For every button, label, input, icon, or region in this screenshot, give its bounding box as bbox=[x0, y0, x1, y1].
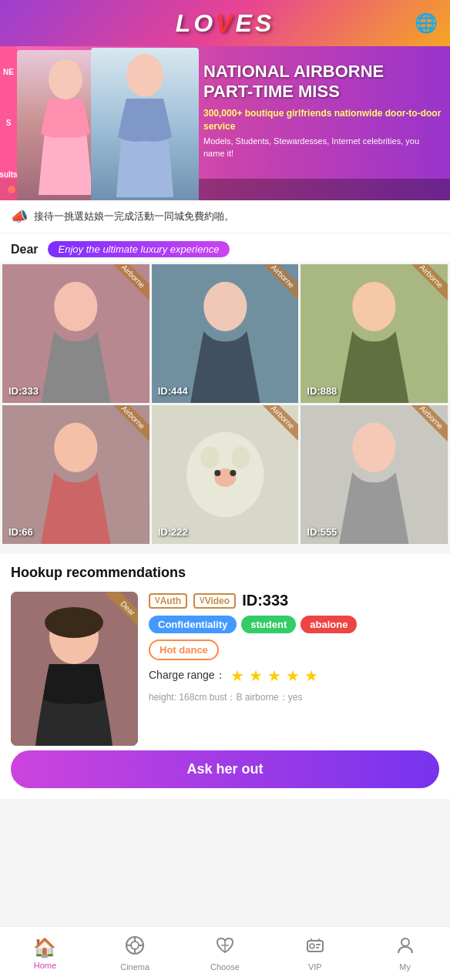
nav-item-home[interactable]: 🏠 Home bbox=[0, 937, 90, 970]
star-4: ★ bbox=[286, 666, 300, 685]
svg-point-3 bbox=[54, 282, 97, 331]
ask-her-out-button[interactable]: Ask her out bbox=[11, 750, 439, 788]
banner-left-label-3: sults bbox=[0, 170, 18, 179]
gallery-item[interactable]: Airborne ID:888 bbox=[301, 264, 448, 403]
banner-detail: Models, Students, Stewardesses, Internet… bbox=[203, 136, 442, 159]
hookup-title: Hookup recommendations bbox=[11, 565, 439, 581]
gallery-girl-2-img bbox=[152, 264, 299, 403]
svg-rect-31 bbox=[316, 947, 319, 948]
star-2: ★ bbox=[249, 666, 263, 685]
gallery-id-4: ID:66 bbox=[8, 526, 33, 538]
svg-point-29 bbox=[310, 944, 314, 948]
gallery-girl-4-img bbox=[2, 405, 149, 544]
vip-icon bbox=[305, 935, 325, 960]
gallery-section-header: Dear Enjoy the ultimate luxury experienc… bbox=[0, 233, 450, 262]
svg-point-15 bbox=[214, 470, 220, 476]
nav-item-vip[interactable]: VIP bbox=[270, 935, 360, 972]
gallery-id-6: ID:555 bbox=[307, 526, 337, 538]
svg-point-9 bbox=[54, 423, 97, 472]
banner-left-label-1: NE bbox=[3, 68, 14, 76]
banner-girl-2-svg bbox=[102, 51, 187, 197]
app-header: LOVES 🌐 bbox=[0, 0, 450, 46]
svg-point-7 bbox=[353, 282, 396, 331]
gallery-girl-6-img bbox=[301, 405, 448, 544]
tags-row: Confidentiality student abalone bbox=[149, 616, 439, 633]
svg-point-21 bbox=[45, 607, 103, 638]
gallery-girl-3-img bbox=[301, 264, 448, 403]
svg-point-18 bbox=[353, 423, 396, 472]
gallery-girl-5-img bbox=[152, 405, 299, 544]
svg-point-13 bbox=[231, 447, 250, 468]
globe-icon[interactable]: 🌐 bbox=[415, 12, 438, 34]
choose-icon bbox=[215, 935, 235, 960]
cinema-icon bbox=[125, 935, 145, 960]
gallery-girl-1-img bbox=[2, 264, 149, 403]
megaphone-icon: 📣 bbox=[11, 208, 28, 225]
svg-point-0 bbox=[49, 59, 82, 99]
banner-subtitle: PART-TIME MISS bbox=[203, 82, 442, 102]
gallery-item[interactable]: Airborne ID:66 bbox=[2, 405, 149, 544]
star-5: ★ bbox=[304, 666, 318, 685]
tag-abalone[interactable]: abalone bbox=[301, 616, 357, 633]
promo-banner: NE S sults NATIONAL AIRBORNE PART-TIME M… bbox=[0, 46, 450, 200]
notice-bar: 📣 接待一挑選姑娘一完成活動一同城免費約啪。 bbox=[0, 200, 450, 233]
notice-text: 接待一挑選姑娘一完成活動一同城免費約啪。 bbox=[34, 210, 234, 223]
charge-label: Charge range： bbox=[149, 669, 226, 683]
tag-student[interactable]: student bbox=[241, 616, 296, 633]
tag-hot-dance[interactable]: Hot dance bbox=[149, 639, 219, 660]
gallery-id-3: ID:888 bbox=[307, 385, 337, 397]
banner-left-label-2: S bbox=[6, 119, 12, 127]
nav-item-choose[interactable]: Choose bbox=[180, 935, 270, 972]
hookup-section: Hookup recommendations Dear VAuth VVideo bbox=[0, 554, 450, 799]
svg-point-12 bbox=[200, 447, 219, 468]
gallery-id-1: ID:333 bbox=[8, 385, 39, 397]
card-photo: Dear bbox=[11, 592, 138, 746]
svg-point-5 bbox=[203, 282, 247, 331]
nav-label-my: My bbox=[399, 962, 411, 972]
stats-row: height: 168cm bust：B airborne：yes bbox=[149, 691, 439, 704]
nav-item-my[interactable]: My bbox=[360, 935, 450, 972]
star-3: ★ bbox=[267, 666, 281, 685]
hookup-card: Dear VAuth VVideo ID:333 Confidentiality… bbox=[11, 592, 439, 746]
luxury-badge: Enjoy the ultimate luxury experience bbox=[48, 241, 230, 257]
bottom-nav: 🏠 Home Cinema Choose bbox=[0, 926, 450, 980]
svg-point-32 bbox=[401, 938, 409, 946]
svg-point-1 bbox=[126, 54, 163, 97]
video-badge: VVideo bbox=[193, 593, 236, 609]
gallery-item[interactable]: Airborne ID:555 bbox=[301, 405, 448, 544]
card-id: ID:333 bbox=[242, 592, 288, 609]
stars-row: Charge range： ★ ★ ★ ★ ★ bbox=[149, 666, 439, 685]
dear-label: Dear bbox=[11, 243, 39, 257]
my-icon bbox=[395, 935, 415, 960]
gallery-item[interactable]: Airborne ID:333 bbox=[2, 264, 149, 403]
nav-label-vip: VIP bbox=[308, 962, 322, 972]
tag-confidentiality[interactable]: Confidentiality bbox=[149, 616, 237, 633]
nav-item-cinema[interactable]: Cinema bbox=[90, 935, 180, 972]
banner-text-area: NATIONAL AIRBORNE PART-TIME MISS 300,000… bbox=[203, 62, 442, 159]
nav-label-choose: Choose bbox=[210, 962, 240, 972]
star-1: ★ bbox=[230, 666, 244, 685]
banner-description: 300,000+ boutique girlfriends nationwide… bbox=[203, 107, 442, 133]
tags-row-2: Hot dance bbox=[149, 639, 439, 660]
gallery-id-5: ID:222 bbox=[158, 526, 188, 538]
gallery-id-2: ID:444 bbox=[158, 385, 188, 397]
gallery-grid: Airborne ID:333 Airborne ID:444 Airborne… bbox=[0, 262, 450, 546]
card-top-row: VAuth VVideo ID:333 bbox=[149, 592, 439, 609]
gallery-item[interactable]: Airborne ID:444 bbox=[152, 264, 299, 403]
svg-point-23 bbox=[131, 941, 139, 949]
app-title: LOVES bbox=[176, 9, 274, 38]
nav-label-cinema: Cinema bbox=[120, 962, 149, 972]
svg-rect-30 bbox=[316, 944, 321, 945]
gallery-item[interactable]: Airborne ID:222 bbox=[152, 405, 299, 544]
banner-title: NATIONAL AIRBORNE bbox=[203, 62, 442, 82]
auth-badge: VAuth bbox=[149, 593, 187, 609]
svg-point-16 bbox=[230, 470, 236, 476]
card-girl-img bbox=[11, 592, 138, 746]
nav-label-home: Home bbox=[34, 961, 56, 970]
home-icon: 🏠 bbox=[33, 937, 56, 958]
card-info: VAuth VVideo ID:333 Confidentiality stud… bbox=[149, 592, 439, 746]
